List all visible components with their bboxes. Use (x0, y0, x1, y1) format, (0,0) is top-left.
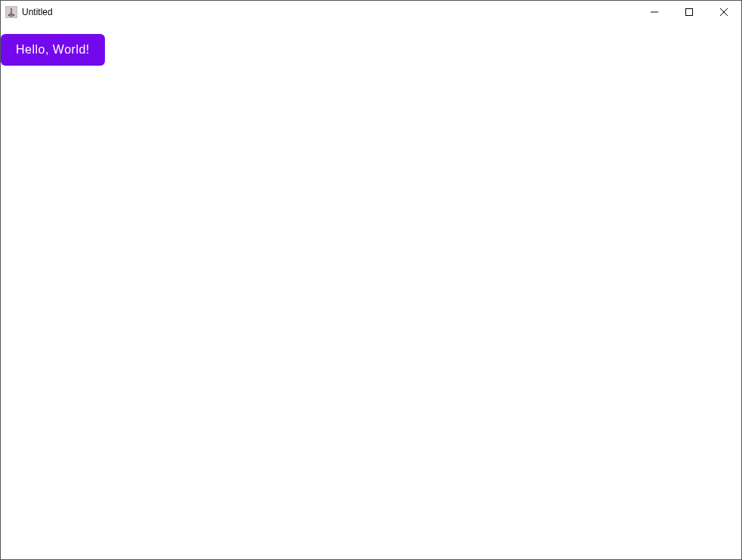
maximize-icon (685, 8, 693, 16)
window-controls (637, 1, 741, 23)
java-app-icon (5, 6, 17, 18)
titlebar: Untitled (1, 1, 741, 23)
close-icon (720, 8, 728, 16)
window-content: Hello, World! (1, 23, 741, 559)
app-window: Untitled Hello, World! (0, 0, 742, 560)
window-title: Untitled (22, 7, 53, 17)
minimize-icon (651, 8, 658, 16)
close-button[interactable] (707, 1, 741, 23)
minimize-button[interactable] (637, 1, 672, 23)
svg-rect-3 (686, 9, 693, 16)
hello-world-button[interactable]: Hello, World! (1, 34, 105, 66)
maximize-button[interactable] (672, 1, 707, 23)
